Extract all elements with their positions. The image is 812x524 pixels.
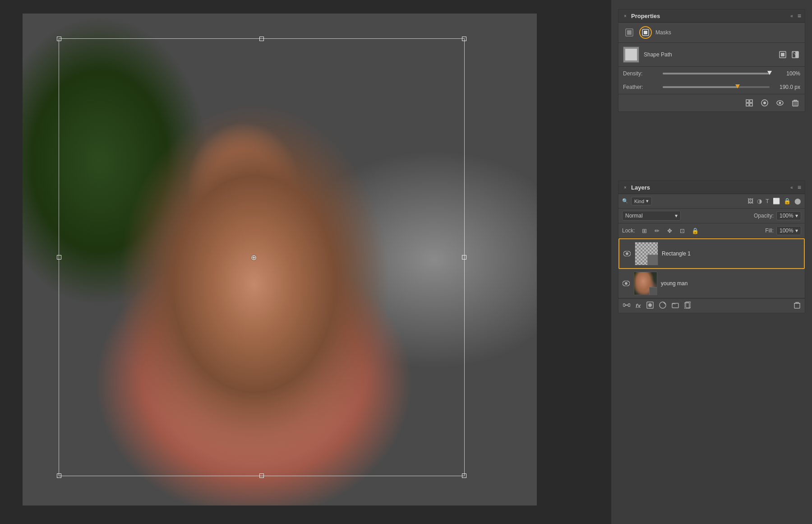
delete-mask-button[interactable] [790, 98, 800, 108]
properties-collapse-button[interactable]: « [790, 14, 793, 19]
new-adjustment-button[interactable] [659, 301, 666, 310]
density-fill [663, 73, 770, 74]
feather-label: Feather: [623, 84, 659, 90]
properties-panel: × Properties « ≡ [618, 9, 805, 112]
layer-row-rectangle1[interactable]: Rectangle 1 [618, 238, 805, 269]
properties-tabs: Masks [618, 23, 805, 43]
fill-input[interactable]: 100% ▾ [776, 226, 801, 235]
add-mask-button[interactable] [646, 301, 654, 310]
pixel-mask-tab[interactable] [623, 26, 636, 39]
blend-mode-chevron: ▾ [675, 213, 678, 219]
feather-thumb[interactable] [735, 84, 740, 88]
dropdown-chevron: ▾ [646, 198, 649, 204]
fill-chevron: ▾ [795, 227, 798, 234]
layers-menu-button[interactable]: ≡ [798, 184, 801, 191]
fill-group: Fill: 100% ▾ [765, 226, 801, 235]
density-label: Density: [623, 70, 659, 77]
shape-path-buttons [778, 50, 800, 60]
layers-bottom-toolbar: fx [618, 298, 805, 313]
layers-kind-dropdown[interactable]: Kind ▾ [631, 197, 652, 205]
filter-color-icon[interactable]: ⬤ [794, 198, 801, 204]
apply-mask-button[interactable] [778, 50, 788, 60]
svg-point-13 [763, 102, 766, 104]
add-layer-style-button[interactable]: fx [636, 302, 641, 309]
density-track[interactable] [663, 73, 770, 74]
svg-point-24 [625, 282, 627, 285]
feather-value: 190.0 px [773, 84, 800, 90]
delete-layer-button[interactable] [794, 301, 800, 310]
lock-artboard-button[interactable]: ⊡ [678, 226, 687, 236]
fill-label: Fill: [765, 227, 774, 234]
properties-header-left: × Properties [622, 13, 660, 19]
filter-adjustment-icon[interactable]: ◑ [757, 198, 762, 204]
layers-panel-header: × Layers « ≡ [618, 181, 805, 194]
svg-rect-11 [750, 103, 752, 106]
select-and-mask-button[interactable] [760, 98, 770, 108]
photo-container: ⊕ [23, 14, 537, 505]
opacity-label: Opacity: [754, 213, 774, 219]
link-layers-button[interactable] [623, 302, 630, 310]
svg-point-22 [626, 252, 628, 255]
feather-track[interactable] [663, 86, 770, 88]
invert-mask-button[interactable] [790, 50, 800, 60]
opacity-input[interactable]: 100% ▾ [776, 211, 801, 220]
shape-path-label: Shape Path [644, 51, 773, 58]
density-slider-row: Density: 100% [618, 67, 805, 80]
properties-menu-button[interactable]: ≡ [798, 12, 801, 19]
lock-paint-button[interactable]: ✏ [652, 226, 662, 236]
layer-name-rectangle1: Rectangle 1 [662, 250, 691, 257]
blend-mode-dropdown[interactable]: Normal ▾ [622, 211, 681, 221]
layer-thumb-rectangle1 [635, 242, 658, 265]
svg-rect-25 [623, 304, 625, 306]
layers-panel: × Layers « ≡ 🔍 Kind ▾ 🖼 ◑ T ⬜ 🔒 ⬤ [618, 181, 805, 313]
layer-visibility-youngman[interactable] [622, 279, 630, 288]
blend-mode-value: Normal [625, 213, 643, 219]
layers-collapse-button[interactable]: « [790, 185, 793, 190]
vector-mask-tab[interactable] [639, 26, 652, 39]
canvas-area: ⊕ [0, 0, 611, 524]
filter-shape-icon[interactable]: ⬜ [773, 198, 780, 204]
new-layer-button[interactable] [684, 301, 691, 310]
layer-thumb-youngman [634, 272, 657, 295]
opacity-chevron: ▾ [795, 213, 798, 219]
masks-label: Masks [655, 29, 671, 36]
blend-opacity-row: Normal ▾ Opacity: 100% ▾ [618, 209, 805, 223]
lock-icons-group: ⊞ ✏ ✥ ⊡ 🔒 [640, 226, 700, 236]
lock-move-button[interactable]: ✥ [665, 226, 675, 236]
layer-row-youngman[interactable]: young man [618, 269, 805, 298]
filter-type-icon[interactable]: T [766, 198, 769, 204]
layer-name-youngman: young man [661, 280, 687, 287]
layers-close-button[interactable]: × [622, 184, 628, 190]
svg-point-15 [779, 102, 781, 104]
svg-rect-7 [795, 51, 798, 58]
feather-slider-row: Feather: 190.0 px [618, 80, 805, 94]
fill-value: 100% [780, 227, 794, 234]
opacity-value: 100% [780, 213, 794, 219]
lock-all-button[interactable]: 🔒 [690, 226, 700, 236]
layers-search-icon: 🔍 [622, 198, 628, 204]
layer-filter-icons: 🖼 ◑ T ⬜ 🔒 ⬤ [747, 198, 801, 204]
properties-title: Properties [631, 13, 660, 19]
svg-rect-5 [781, 53, 784, 56]
svg-rect-3 [644, 31, 647, 34]
svg-rect-10 [746, 103, 749, 106]
svg-rect-9 [750, 100, 752, 102]
filter-smart-icon[interactable]: 🔒 [784, 198, 791, 204]
filter-pixel-icon[interactable]: 🖼 [747, 198, 753, 204]
svg-rect-1 [627, 30, 632, 35]
layer-visibility-rectangle1[interactable] [623, 250, 631, 258]
properties-bottom-icons [618, 94, 805, 111]
density-thumb[interactable] [767, 71, 772, 75]
svg-rect-26 [628, 304, 630, 306]
new-group-button[interactable] [672, 302, 679, 310]
density-value: 100% [773, 70, 800, 77]
lock-label: Lock: [622, 227, 635, 234]
photo-person [23, 14, 537, 505]
properties-close-button[interactable]: × [622, 13, 628, 19]
mask-visibility-button[interactable] [775, 98, 785, 108]
feather-fill [663, 86, 738, 88]
lock-pixels-button[interactable]: ⊞ [640, 226, 650, 236]
svg-rect-33 [794, 303, 800, 308]
refine-mask-button[interactable] [744, 98, 754, 108]
shape-path-row: Shape Path [618, 43, 805, 67]
